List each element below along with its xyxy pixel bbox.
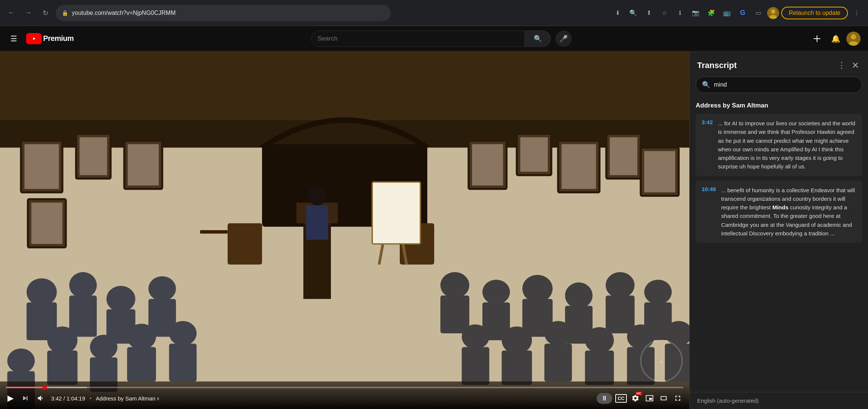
pause-toggle-button[interactable]: ⏸ [597, 393, 612, 404]
voice-search-button[interactable]: 🎤 [555, 30, 572, 47]
svg-rect-32 [228, 223, 262, 265]
browser-profile-avatar[interactable] [767, 7, 779, 19]
captions-button-wrap: CC [615, 394, 627, 403]
url-input[interactable] [72, 10, 385, 16]
youtube-logo-icon [26, 33, 42, 44]
find-icon[interactable]: 🔍 [626, 6, 640, 20]
svg-point-52 [169, 321, 197, 346]
settings-button-wrap: HC [630, 393, 641, 404]
captions-button[interactable]: CC [615, 394, 627, 403]
bookmark-icon[interactable]: ☆ [658, 6, 671, 20]
hc-badge: HC [635, 391, 642, 396]
miniplayer-button[interactable] [644, 393, 655, 404]
svg-point-54 [7, 348, 35, 373]
add-video-button[interactable] [809, 31, 825, 46]
svg-point-38 [26, 278, 57, 306]
theater-button[interactable] [658, 393, 669, 404]
google-icon[interactable]: G [736, 6, 749, 20]
svg-point-70 [502, 326, 532, 354]
search-bar: 🔍 🎤 [311, 30, 572, 47]
svg-rect-27 [644, 151, 675, 192]
controls-row: ▶ 3:42 / 1:04:19 • Address by Sam Altman… [6, 392, 683, 405]
sidebar-icon[interactable]: ▭ [751, 6, 765, 20]
transcript-timestamp-2[interactable]: 10:49 [702, 186, 716, 238]
transcript-item[interactable]: 10:49 ... benefit of humanity is a colle… [696, 181, 862, 243]
svg-rect-65 [606, 296, 635, 334]
transcript-timestamp-1[interactable]: 3:42 [702, 119, 713, 171]
fullscreen-button[interactable] [672, 393, 683, 404]
transcript-menu-button[interactable]: ⋮ [836, 59, 847, 72]
transcript-body: Address by Sam Altman 3:42 ... for AI to… [690, 99, 868, 392]
play-button[interactable]: ▶ [6, 392, 15, 405]
transcript-section-title: Address by Sam Altman [696, 99, 862, 114]
svg-rect-37 [372, 182, 421, 244]
download-icon[interactable]: ⬇ [611, 6, 624, 20]
transcript-search-input[interactable] [714, 81, 856, 88]
svg-point-68 [462, 324, 489, 349]
cast-icon[interactable]: 📺 [720, 6, 734, 20]
relaunch-button[interactable]: Relaunch to update [781, 7, 848, 19]
extensions-icon[interactable]: 🧩 [705, 6, 718, 20]
svg-rect-51 [127, 347, 156, 382]
reload-button[interactable]: ↻ [39, 6, 52, 20]
svg-point-76 [627, 324, 655, 349]
svg-point-72 [545, 321, 572, 346]
header-right-actions: 🔔 [809, 31, 861, 46]
transcript-close-button[interactable]: ✕ [850, 59, 861, 72]
transcript-header: Transcript ⋮ ✕ [690, 51, 868, 77]
svg-text:✦: ✦ [658, 358, 664, 366]
progress-bar[interactable] [6, 387, 683, 388]
svg-point-66 [644, 280, 672, 305]
separator-dot: • [90, 396, 92, 401]
search-input[interactable] [317, 35, 518, 42]
notifications-button[interactable]: 🔔 [828, 31, 843, 46]
share-icon[interactable]: ⬆ [642, 6, 655, 20]
youtube-logo-text: Premium [43, 34, 74, 43]
transcript-item[interactable]: 3:42 ... for AI to improve our lives our… [696, 114, 862, 176]
user-avatar[interactable] [846, 32, 861, 46]
svg-rect-57 [440, 296, 469, 334]
transcript-footer: English (auto-generated) [690, 392, 868, 409]
svg-rect-21 [520, 137, 548, 172]
time-display: 3:42 / 1:04:19 [51, 395, 85, 402]
svg-rect-75 [585, 351, 614, 385]
svg-rect-25 [610, 137, 637, 175]
search-button[interactable]: 🔍 [525, 30, 551, 47]
youtube-logo[interactable]: Premium [26, 33, 74, 44]
volume-button[interactable] [35, 393, 47, 404]
info-icon[interactable]: ℹ [673, 6, 687, 20]
video-area: ✦ ▶ 3: [0, 51, 689, 409]
browser-toolbar: ⬇ 🔍 ⬆ ☆ ℹ 📷 🧩 📺 G ▭ Relaunch to update ⋮ [611, 6, 864, 20]
svg-rect-13 [80, 137, 107, 175]
browser-menu-icon[interactable]: ⋮ [850, 6, 864, 20]
svg-rect-53 [169, 344, 197, 381]
svg-point-40 [69, 272, 97, 298]
svg-rect-41 [69, 296, 97, 337]
svg-rect-71 [502, 351, 532, 385]
transcript-panel: Transcript ⋮ ✕ 🔍 Address by Sam Altman 3… [689, 51, 868, 409]
video-title-control[interactable]: Address by Sam Altman › [96, 394, 159, 402]
svg-point-58 [482, 280, 510, 305]
transcript-language: English (auto-generated) [697, 397, 759, 404]
transcript-search-icon: 🔍 [702, 81, 710, 89]
transcript-text-2: ... benefit of humanity is a collective … [721, 186, 856, 238]
screenshot-icon[interactable]: 📷 [689, 6, 702, 20]
svg-rect-19 [472, 144, 503, 186]
video-player[interactable]: ✦ ▶ 3: [0, 51, 689, 409]
svg-rect-47 [47, 351, 77, 385]
browser-chrome: ← → ↻ 🔒 ⬇ 🔍 ⬆ ☆ ℹ 📷 🧩 📺 G ▭ Relaunch to … [0, 0, 868, 26]
back-button[interactable]: ← [4, 6, 18, 20]
svg-point-30 [307, 186, 327, 206]
svg-point-48 [90, 335, 118, 360]
svg-point-42 [106, 286, 135, 312]
hamburger-menu-button[interactable]: ☰ [7, 31, 20, 46]
svg-point-64 [606, 272, 635, 298]
svg-point-46 [47, 326, 77, 354]
forward-button[interactable]: → [22, 6, 35, 20]
youtube-header: ☰ Premium 🔍 🎤 🔔 [0, 26, 868, 51]
next-button[interactable] [20, 393, 31, 404]
transcript-text-1: ... for AI to improve our lives our soci… [718, 119, 856, 171]
svg-rect-73 [545, 344, 572, 381]
transcript-text-bold: Minds [772, 204, 788, 210]
svg-point-74 [585, 327, 614, 353]
